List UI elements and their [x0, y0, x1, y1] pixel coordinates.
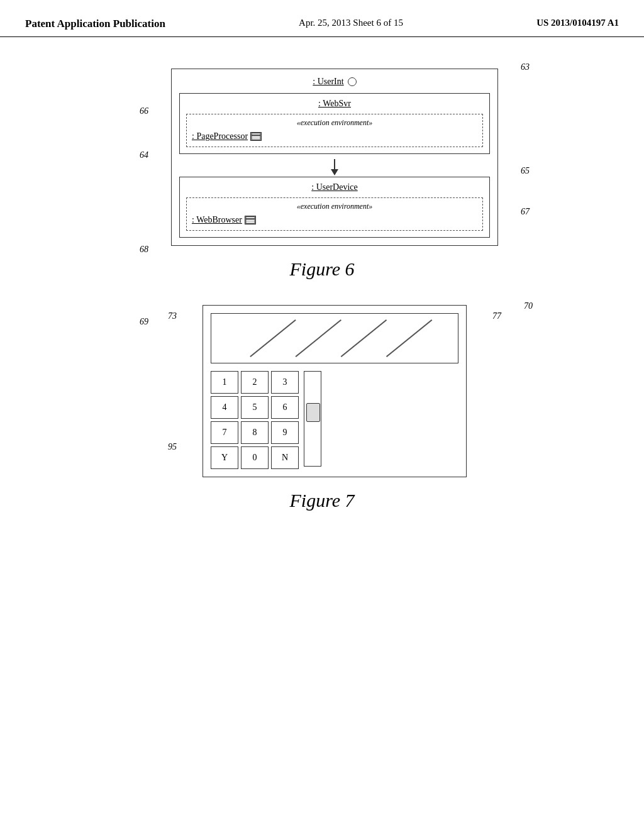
diagram7-wrapper: 73 77 95 123456789Y0N: [203, 305, 467, 477]
webbrowser-label: : WebBrowser: [192, 215, 242, 225]
svg-line-10: [250, 320, 296, 357]
webbrowser-db-icon: [245, 216, 256, 224]
page-processor-label: : PageProcessor: [192, 131, 248, 141]
scrollbar-thumb: [306, 403, 320, 422]
svg-line-11: [296, 320, 341, 357]
keypad-scroll-row: 123456789Y0N: [211, 371, 458, 469]
header-right-patent: US 2013/0104197 A1: [536, 18, 619, 28]
scrollbar-box: [304, 371, 321, 467]
keypad-key-Y[interactable]: Y: [211, 446, 238, 469]
ref-68: 68: [140, 245, 148, 255]
svg-line-12: [341, 320, 386, 357]
device-outer-box: 123456789Y0N: [203, 305, 467, 477]
figure6-caption: Figure 6: [289, 258, 354, 280]
keypad-key-3[interactable]: 3: [271, 371, 299, 394]
webbrowser-row: : WebBrowser: [192, 215, 477, 225]
userdevice-box: : UserDevice «execution environment» : W…: [179, 177, 490, 238]
page-processor-db-icon: [250, 132, 262, 141]
ref-95: 95: [168, 442, 177, 452]
websvr-box: : WebSvr «execution environment» : PageP…: [179, 93, 490, 154]
ref-65: 65: [521, 166, 530, 176]
exec-env-label-2: «execution environment»: [192, 202, 477, 211]
keypad-key-7[interactable]: 7: [211, 421, 238, 444]
page-header: Patent Application Publication Apr. 25, …: [0, 0, 644, 37]
exec-env-box-2: «execution environment» : WebBrowser: [186, 197, 483, 231]
keypad-grid: 123456789Y0N: [211, 371, 299, 469]
outer-container-box: : UserInt : WebSvr «execution environmen…: [171, 69, 498, 246]
ref-63: 63: [521, 62, 530, 72]
svg-line-13: [387, 320, 432, 357]
keypad-key-5[interactable]: 5: [241, 396, 269, 419]
diagram6-wrapper: 63 66 64 65 67 68 70 69 : UserInt : WebS…: [171, 69, 498, 246]
figure6-area: 63 66 64 65 67 68 70 69 : UserInt : WebS…: [38, 69, 606, 280]
userint-row: : UserInt: [179, 77, 490, 87]
keypad-key-4[interactable]: 4: [211, 396, 238, 419]
keypad-key-N[interactable]: N: [271, 446, 299, 469]
ref-73: 73: [168, 311, 177, 321]
keypad-key-9[interactable]: 9: [271, 421, 299, 444]
keypad-key-8[interactable]: 8: [241, 421, 269, 444]
header-left-title: Patent Application Publication: [25, 18, 165, 30]
header-center-date: Apr. 25, 2013 Sheet 6 of 15: [299, 18, 403, 28]
websvr-label: : WebSvr: [186, 99, 483, 109]
keypad-key-1[interactable]: 1: [211, 371, 238, 394]
keypad-key-0[interactable]: 0: [241, 446, 269, 469]
content-area: 63 66 64 65 67 68 70 69 : UserInt : WebS…: [0, 37, 644, 524]
ref-66: 66: [140, 106, 148, 116]
exec-env-box-1: «execution environment» : PageProcessor: [186, 114, 483, 147]
userint-circle-icon: [348, 77, 357, 86]
svg-marker-5: [331, 169, 338, 175]
ref-67: 67: [521, 207, 530, 217]
arrow-down: [179, 159, 490, 177]
exec-env-label-1: «execution environment»: [192, 118, 477, 128]
keypad-key-2[interactable]: 2: [241, 371, 269, 394]
userint-label: : UserInt: [313, 77, 343, 87]
userdevice-label: : UserDevice: [186, 182, 483, 192]
ref-64: 64: [140, 150, 148, 160]
figure7-area: 73 77 95 123456789Y0N: [38, 305, 606, 511]
figure7-caption: Figure 7: [289, 490, 354, 511]
ref-77: 77: [492, 311, 501, 321]
keypad-key-6[interactable]: 6: [271, 396, 299, 419]
page-processor-row: : PageProcessor: [192, 131, 477, 141]
display-area: [211, 313, 458, 363]
